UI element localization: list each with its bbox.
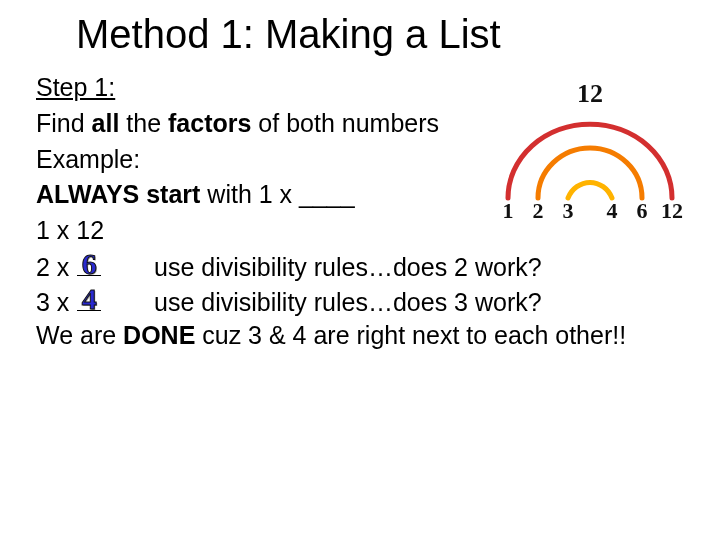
arc-inner [568,182,612,198]
diagram-factor: 4 [607,198,618,220]
slide-title: Method 1: Making a List [76,12,684,57]
rainbow-factor-diagram: 12 1 2 3 4 6 12 [490,80,690,220]
text-fragment: Find [36,109,92,137]
diagram-factor: 2 [533,198,544,220]
text-fragment-bold: factors [168,109,251,137]
factor-line-3: 3 x 4 use divisibility rules…does 3 work… [36,285,684,320]
factor-line-2: 2 x 6 use divisibility rules…does 2 work… [36,250,684,285]
text-fragment: 3 x [36,288,76,316]
blank-fill: 4 [76,285,102,320]
diagram-top-number: 12 [577,80,603,108]
diagram-factor: 3 [563,198,574,220]
diagram-factor: 6 [637,198,648,220]
text-fragment: of both numbers [251,109,439,137]
text-fragment: with 1 x ____ [200,180,354,208]
text-fragment: cuz 3 & 4 are right next to each other!! [195,321,626,349]
arc-middle [538,148,642,198]
arc-outer [508,124,672,198]
divisibility-note: use divisibility rules…does 2 work? [154,251,542,285]
diagram-factor: 12 [661,198,683,220]
text-fragment-bold: ALWAYS start [36,180,200,208]
conclusion-line: We are DONE cuz 3 & 4 are right next to … [36,319,684,353]
text-fragment-bold: all [92,109,127,137]
text-fragment: the [126,109,168,137]
divisibility-note: use divisibility rules…does 3 work? [154,286,542,320]
diagram-factor: 1 [503,198,514,220]
text-fragment-bold: DONE [123,321,195,349]
handwritten-answer: 4 [76,279,102,320]
text-fragment: We are [36,321,123,349]
text-fragment: 2 x [36,253,76,281]
